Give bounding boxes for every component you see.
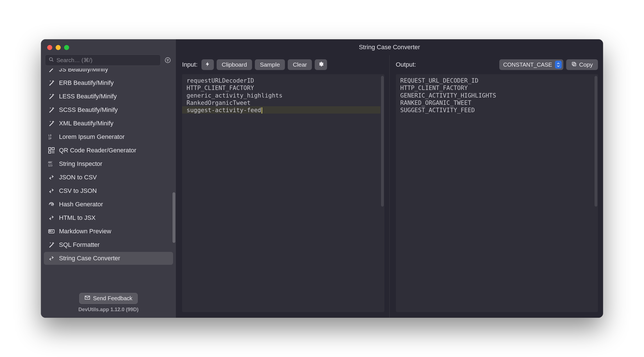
sidebar-item-label: QR Code Reader/Generator [59,147,136,154]
sidebar-item-xml-beautify-minify[interactable]: XML Beautify/Minify [44,117,173,130]
bolt-icon [205,61,210,68]
sidebar-item-string-case-converter[interactable]: String Case Converter [44,252,173,265]
convert-icon [48,255,55,262]
sidebar-item-html-to-jsx[interactable]: HTML to JSX [44,211,173,224]
svg-text:LO: LO [48,134,51,137]
select-arrows-icon [555,61,562,69]
sidebar-item-label: Hash Generator [59,201,103,208]
text-caret [262,107,262,114]
input-code-content: requestURLDecoderID HTTP_CLIENT_FACTORY … [187,77,380,114]
sidebar-item-sql-formatter[interactable]: SQL Formatter [44,238,173,251]
svg-rect-19 [572,62,575,65]
output-label: Output: [396,61,416,68]
output-pane: Output: CONSTANT_CASE Copy [390,55,603,318]
sidebar-item-string-inspector[interactable]: ABC123String Inspector [44,157,173,170]
copy-label: Copy [579,61,593,68]
sidebar-item-label: ERB Beautify/Minify [59,79,114,87]
sidebar-item-lorem-ipsum-generator[interactable]: LOIPLorem Ipsum Generator [44,130,173,143]
mail-icon [85,295,90,302]
lo-ip-icon: LOIP [48,133,55,141]
sidebar-item-label: SQL Formatter [59,241,100,248]
search-icon [49,57,54,64]
sidebar-item-json-to-csv[interactable]: JSON to CSV [44,171,173,184]
sidebar-item-csv-to-json[interactable]: CSV to JSON [44,184,173,197]
sidebar-item-markdown-preview[interactable]: Markdown Preview [44,225,173,238]
svg-rect-11 [52,151,53,152]
qr-icon [48,147,55,154]
convert-icon [48,214,55,222]
settings-button[interactable] [315,59,327,70]
output-code-content: REQUEST_URL_DECODER_ID HTTP_CLIENT_FACTO… [400,77,594,114]
input-scrollbar[interactable] [381,76,384,207]
sidebar-footer: Send Feedback DevUtils.app 1.12.0 (99D) [41,289,176,318]
search-input[interactable] [56,57,157,64]
gear-icon [318,61,324,68]
main-area: String Case Converter Input: Clipboard S… [176,39,603,318]
svg-rect-13 [52,152,53,153]
sample-button[interactable]: Sample [255,59,285,70]
sidebar-item-label: JS Beautify/Minify [59,69,108,73]
input-pane: Input: Clipboard Sample Clear [176,55,390,318]
sidebar-item-hash-generator[interactable]: Hash Generator [44,198,173,211]
sidebar-item-erb-beautify-minify[interactable]: ERB Beautify/Minify [44,76,173,89]
output-text-area[interactable]: REQUEST_URL_DECODER_ID HTTP_CLIENT_FACTO… [396,74,598,312]
sidebar-item-label: SCSS Beautify/Minify [59,106,118,114]
input-label: Input: [182,61,198,68]
clear-button[interactable]: Clear [288,59,312,70]
output-toolbar: Output: CONSTANT_CASE Copy [396,59,598,70]
copy-button[interactable]: Copy [566,59,598,70]
sidebar-item-label: String Case Converter [59,255,120,262]
clipboard-label: Clipboard [222,61,247,68]
svg-point-0 [49,57,53,60]
close-window-button[interactable] [47,45,52,50]
sidebar-item-less-beautify-minify[interactable]: LESS Beautify/Minify [44,90,173,103]
sidebar-item-qr-code-reader-generator[interactable]: QR Code Reader/Generator [44,144,173,157]
svg-line-1 [52,60,53,61]
sidebar-item-js-beautify-minify[interactable]: JS Beautify/Minify [44,69,173,76]
sidebar-item-label: JSON to CSV [59,174,97,181]
output-scrollbar[interactable] [595,76,597,207]
minimize-window-button[interactable] [56,45,61,50]
sidebar-scrollbar[interactable] [173,192,175,243]
sidebar-filter-button[interactable] [164,56,172,64]
sidebar-item-scss-beautify-minify[interactable]: SCSS Beautify/Minify [44,103,173,116]
case-select-value: CONSTANT_CASE [503,62,552,68]
sidebar-item-label: LESS Beautify/Minify [59,93,117,100]
input-text-area[interactable]: requestURLDecoderID HTTP_CLIENT_FACTORY … [182,74,384,312]
svg-text:123: 123 [48,164,52,167]
case-select[interactable]: CONSTANT_CASE [499,59,563,70]
auto-detect-button[interactable] [201,59,214,70]
tool-list[interactable]: JS Beautify/MinifyERB Beautify/MinifyLES… [41,69,176,289]
window-title: String Case Converter [359,44,420,51]
input-toolbar: Input: Clipboard Sample Clear [182,59,384,70]
fingerprint-icon [48,201,55,208]
svg-rect-9 [52,148,54,150]
wand-icon [48,106,55,114]
app-window: JS Beautify/MinifyERB Beautify/MinifyLES… [41,39,603,318]
clipboard-button[interactable]: Clipboard [217,59,252,70]
clear-label: Clear [293,61,307,68]
svg-rect-12 [53,151,54,152]
svg-text:ABC: ABC [48,161,52,164]
send-feedback-label: Send Feedback [93,295,132,302]
title-bar: String Case Converter [176,39,603,55]
sidebar-item-label: Lorem Ipsum Generator [59,133,125,141]
maximize-window-button[interactable] [64,45,69,50]
sidebar-item-label: HTML to JSX [59,214,96,222]
sidebar-item-label: XML Beautify/Minify [59,120,114,127]
convert-icon [48,187,55,195]
sidebar-item-label: CSV to JSON [59,187,97,195]
sidebar: JS Beautify/MinifyERB Beautify/MinifyLES… [41,39,176,318]
search-field-container[interactable] [45,55,161,66]
md-icon [48,228,55,235]
sidebar-item-label: Markdown Preview [59,228,111,235]
wand-icon [48,120,55,127]
convert-icon [48,174,55,181]
svg-rect-14 [53,152,54,153]
wand-icon [48,69,55,73]
svg-text:IP: IP [48,137,51,140]
send-feedback-button[interactable]: Send Feedback [79,293,138,304]
window-controls [41,39,176,53]
version-label: DevUtils.app 1.12.0 (99D) [78,307,139,313]
abc123-icon: ABC123 [48,160,55,168]
